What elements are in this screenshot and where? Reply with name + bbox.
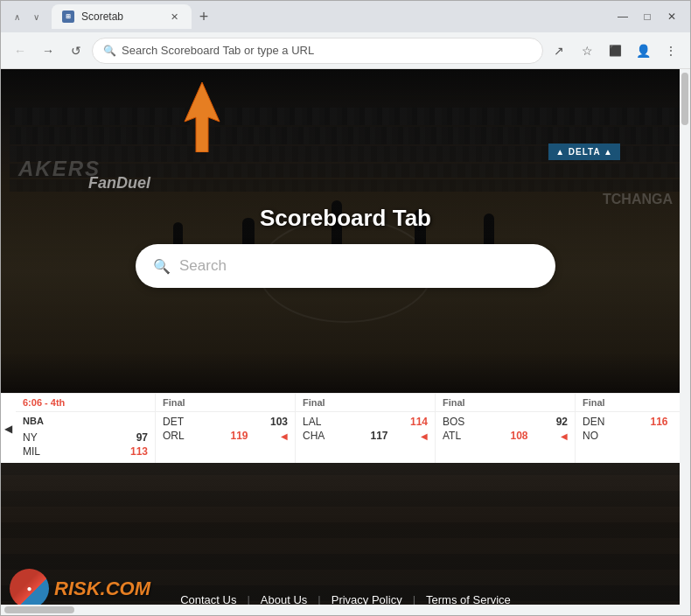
bookmark-button[interactable]: ☆ [575, 38, 599, 63]
back-button[interactable]: ← [8, 38, 32, 63]
game1-teams: NY 97 MIL 113 [16, 430, 155, 459]
game1-team1-score: 97 [122, 431, 148, 444]
game2-team1-score: 103 [262, 416, 288, 428]
tab-favicon: ⊞ [62, 10, 74, 23]
game1-team2-score: 113 [122, 445, 148, 458]
game4-team1-abbr: BOS [443, 416, 469, 428]
game2-teams: DET 103 ORL 119 ◀ [156, 412, 295, 444]
delta-sponsor: ▲ DELTA ▲ [548, 144, 620, 160]
game1-team2-row: MIL 113 [23, 445, 148, 458]
extensions-button[interactable]: ⬛ [603, 38, 627, 63]
nav-bar: ← → ↺ 🔍 Search Scoreboard Tab or type a … [1, 32, 690, 69]
window-controls: — □ ✕ [611, 5, 683, 28]
title-bar: ∧ ∨ ⊞ Scoretab ✕ + — □ ✕ [1, 1, 690, 32]
game5-team1-score: 116 [642, 416, 668, 428]
game2-team1-row: DET 103 [163, 416, 288, 428]
tab-title: Scoretab [81, 10, 160, 23]
scrollbar-thumb[interactable] [681, 73, 688, 125]
tabs-area: ⊞ Scoretab ✕ + [48, 4, 611, 29]
game2: Final DET 103 ORL 119 ◀ [156, 394, 296, 463]
address-bar-search-icon: 🔍 [103, 45, 116, 57]
game2-team2-score: 119 [222, 430, 248, 442]
tab-close-button[interactable]: ✕ [167, 10, 181, 24]
game3-team1-row: LAL 114 [303, 416, 428, 428]
game1-status: 6:06 - 4th [16, 394, 155, 412]
game2-arrow: ◀ [281, 431, 288, 441]
close-button[interactable]: ✕ [660, 5, 683, 28]
active-tab[interactable]: ⊞ Scoretab ✕ [52, 4, 192, 29]
game4-team2-abbr: ATL [443, 430, 469, 442]
game4-team2-row: ATL 108 ◀ [443, 430, 568, 442]
game5-team2-row: NO 105 [583, 430, 690, 442]
hero-section: ▲ DELTA ▲ FanDuel AKERS TCHANGA Scoreboa… [1, 69, 690, 393]
game1-team1-row: NY 97 [23, 431, 148, 444]
scroll-left-button[interactable]: ◀ [1, 394, 16, 463]
game4: Final BOS 92 ATL 108 ◀ [436, 394, 576, 463]
game-nba-live: 6:06 - 4th NBA NY 97 MIL 113 [16, 394, 156, 463]
game4-team1-score: 92 [541, 416, 568, 428]
search-container: 🔍 Search [136, 244, 555, 288]
game3: Final LAL 114 CHA 117 ◀ [296, 394, 436, 463]
nav-actions: ↗ ☆ ⬛ 👤 ⋮ [547, 38, 683, 63]
game4-arrow: ◀ [561, 431, 568, 441]
forward-button[interactable]: → [36, 38, 60, 63]
menu-button[interactable]: ⋮ [659, 38, 683, 63]
game3-team2-score: 117 [362, 430, 388, 442]
game4-team1-row: BOS 92 [443, 416, 568, 428]
game4-teams: BOS 92 ATL 108 ◀ [436, 412, 575, 444]
new-tab-button[interactable]: + [192, 4, 216, 29]
game1-league: NBA [16, 412, 155, 430]
game3-team2-row: CHA 117 ◀ [303, 430, 428, 442]
reload-button[interactable]: ↺ [64, 38, 88, 63]
game3-arrow: ◀ [421, 431, 428, 441]
game5-team1-row: DEN 116 ◀ [583, 416, 690, 428]
game5-team2-abbr: NO [583, 430, 609, 442]
game4-team2-score: 108 [502, 430, 528, 442]
chevron-up-icon[interactable]: ∧ [8, 9, 25, 24]
game2-team2-abbr: ORL [163, 430, 189, 442]
game3-team1-score: 114 [401, 416, 428, 428]
search-box[interactable]: 🔍 Search [136, 244, 555, 288]
game5-team1-abbr: DEN [583, 416, 609, 428]
game5-teams: DEN 116 ◀ NO 105 [576, 412, 690, 444]
game3-status: Final [296, 394, 435, 412]
game2-team1-abbr: DET [163, 416, 189, 428]
vertical-scrollbar[interactable] [680, 69, 690, 615]
game4-status: Final [436, 394, 575, 412]
search-icon: 🔍 [153, 258, 171, 275]
maximize-button[interactable]: □ [636, 5, 659, 28]
chevron-down-icon[interactable]: ∨ [27, 9, 45, 24]
game1-team2-abbr: MIL [23, 445, 49, 458]
minimize-button[interactable]: — [611, 5, 634, 28]
arena-brand-left: AKERS [18, 157, 101, 181]
game5: Final DEN 116 ◀ NO 105 [576, 394, 690, 463]
game3-teams: LAL 114 CHA 117 ◀ [296, 412, 435, 444]
page-content: ▲ DELTA ▲ FanDuel AKERS TCHANGA Scoreboa… [1, 69, 690, 615]
h-scrollbar-thumb[interactable] [4, 606, 74, 613]
game5-status: Final [576, 394, 690, 412]
search-input[interactable]: Search [179, 257, 227, 275]
address-bar-text: Search Scoreboard Tab or type a URL [122, 44, 532, 57]
browser-window: ∧ ∨ ⊞ Scoretab ✕ + — □ ✕ ← → ↺ 🔍 Search … [0, 0, 691, 616]
scoreboard-section: ◀ 6:06 - 4th NBA NY 97 MIL 113 [1, 393, 690, 463]
svg-marker-0 [185, 82, 220, 152]
game2-status: Final [156, 394, 295, 412]
profile-button[interactable]: 👤 [631, 38, 655, 63]
game3-team1-abbr: LAL [303, 416, 329, 428]
share-button[interactable]: ↗ [547, 38, 571, 63]
horizontal-scrollbar[interactable] [1, 605, 680, 615]
address-bar[interactable]: 🔍 Search Scoreboard Tab or type a URL [92, 38, 543, 64]
game3-team2-abbr: CHA [303, 430, 329, 442]
lower-section: ● RISK.COM Contact Us | About Us | Priva… [1, 463, 690, 615]
game2-team2-row: ORL 119 ◀ [163, 430, 288, 442]
game1-team1-abbr: NY [23, 431, 49, 444]
app-title: Scoreboard Tab [1, 205, 690, 232]
